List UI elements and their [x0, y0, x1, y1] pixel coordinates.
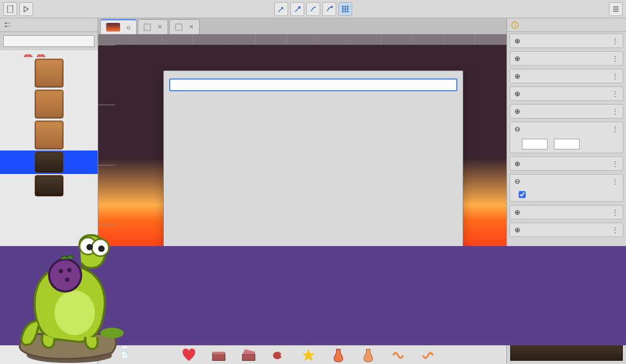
play-button[interactable]	[19, 2, 33, 16]
svg-rect-25	[242, 354, 255, 361]
list-item[interactable]	[0, 89, 98, 120]
outline-icon	[4, 21, 12, 29]
editor-tabs: ○ ✕ ✕	[98, 18, 506, 34]
section-menu-icon[interactable]: ⋮	[612, 226, 619, 234]
section-menu-icon[interactable]: ⋮	[612, 37, 619, 45]
section-origin[interactable]: ⊖⋮	[510, 122, 623, 153]
section-variable[interactable]: ⊕⋮	[510, 34, 623, 48]
js-icon	[175, 23, 183, 31]
inspector-header: i	[507, 18, 626, 32]
go-to-file-input[interactable]	[169, 78, 457, 91]
svg-rect-20	[176, 24, 182, 30]
scene-icon	[106, 23, 120, 31]
section-menu-icon[interactable]: ⋮	[612, 90, 619, 98]
section-menu-icon[interactable]: ⋮	[612, 54, 619, 62]
svg-rect-16	[5, 26, 7, 27]
svg-rect-8	[347, 8, 348, 10]
tool-rotate-button[interactable]	[290, 2, 304, 16]
svg-rect-11	[347, 11, 348, 12]
meat-icon[interactable]	[271, 348, 286, 363]
svg-point-37	[67, 268, 72, 272]
hamburger-menu-button[interactable]	[609, 2, 623, 16]
origin-x-input[interactable]	[522, 139, 548, 149]
rope2-icon[interactable]	[421, 348, 435, 363]
list-item-selected[interactable]	[0, 151, 98, 174]
file-menu-button[interactable]	[3, 2, 17, 16]
section-menu-icon[interactable]: ⋮	[612, 72, 619, 80]
heart-icon[interactable]	[181, 348, 196, 363]
potion2-icon[interactable]	[361, 348, 376, 363]
svg-point-2	[331, 6, 333, 8]
section-tint[interactable]: ⊕⋮	[510, 223, 623, 237]
svg-rect-24	[212, 352, 225, 354]
svg-point-38	[65, 278, 69, 282]
outline-search-input[interactable]	[3, 35, 94, 47]
dialog-title	[164, 71, 463, 77]
section-lists[interactable]: ⊕⋮	[510, 69, 623, 83]
section-menu-icon[interactable]: ⋮	[612, 208, 619, 216]
svg-rect-6	[342, 8, 344, 10]
tab-level-scene[interactable]: ○	[100, 19, 137, 34]
list-item[interactable]	[0, 120, 98, 151]
star-icon[interactable]	[301, 348, 316, 363]
top-toolbar	[0, 0, 626, 18]
svg-point-34	[98, 246, 105, 252]
tool-grid-button[interactable]	[338, 2, 352, 16]
svg-point-35	[49, 259, 81, 291]
svg-point-26	[273, 352, 282, 359]
section-transform[interactable]: ⊕⋮	[510, 104, 623, 118]
svg-point-33	[86, 244, 93, 250]
section-menu-icon[interactable]: ⋮	[612, 160, 619, 168]
rope-icon[interactable]	[391, 348, 406, 363]
svg-rect-1	[298, 6, 300, 9]
section-visible[interactable]: ⊖⋮	[510, 174, 623, 202]
section-menu-icon[interactable]: ⋮	[612, 107, 619, 115]
svg-rect-19	[144, 24, 150, 30]
section-menu-icon[interactable]: ⋮	[612, 177, 619, 185]
section-alpha[interactable]: ⊕⋮	[510, 205, 623, 219]
svg-rect-7	[344, 8, 346, 10]
file-list	[164, 94, 463, 251]
svg-rect-27	[281, 354, 286, 357]
svg-point-30	[54, 290, 95, 335]
svg-rect-9	[342, 11, 344, 12]
potion-icon[interactable]	[331, 348, 346, 363]
outline-header	[0, 18, 98, 32]
go-to-file-dialog	[163, 70, 463, 252]
svg-rect-15	[5, 22, 7, 24]
tab-animations-json[interactable]: ✕	[138, 19, 168, 34]
dirty-indicator-icon: ○	[126, 23, 131, 31]
svg-point-29	[100, 328, 124, 338]
ruler-horizontal	[98, 34, 506, 45]
svg-rect-3	[342, 6, 344, 7]
tab-level-js[interactable]: ✕	[169, 19, 200, 34]
chest-icon[interactable]	[211, 348, 226, 363]
json-icon	[144, 23, 151, 31]
dino-mascot-icon	[5, 217, 128, 364]
origin-y-input[interactable]	[554, 139, 580, 149]
svg-rect-10	[344, 11, 346, 12]
svg-point-36	[59, 269, 63, 273]
svg-rect-4	[344, 6, 346, 7]
visible-checkbox[interactable]	[519, 191, 526, 198]
section-user-components[interactable]: ⊕⋮	[510, 51, 623, 66]
close-icon[interactable]: ✕	[189, 23, 194, 30]
list-item[interactable]	[0, 174, 98, 197]
chest-open-icon[interactable]	[241, 348, 256, 363]
info-icon: i	[511, 21, 519, 29]
section-flip[interactable]: ⊕⋮	[510, 156, 623, 171]
svg-text:i: i	[514, 22, 516, 28]
asset-thumbnails	[181, 347, 435, 364]
tool-translate-button[interactable]	[274, 2, 288, 16]
close-icon[interactable]: ✕	[157, 23, 162, 30]
svg-rect-5	[347, 6, 348, 7]
tool-origin-button[interactable]	[322, 2, 336, 16]
list-item[interactable]	[0, 58, 98, 89]
section-parent[interactable]: ⊕⋮	[510, 86, 623, 101]
tool-scale-button[interactable]	[306, 2, 320, 16]
section-menu-icon[interactable]: ⋮	[612, 125, 619, 133]
